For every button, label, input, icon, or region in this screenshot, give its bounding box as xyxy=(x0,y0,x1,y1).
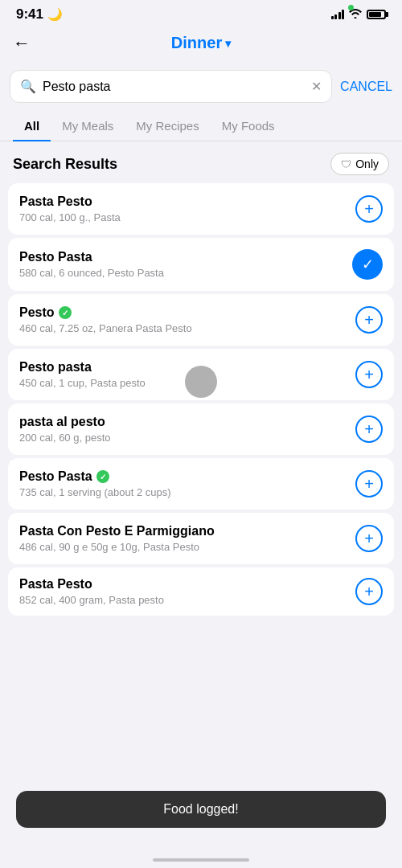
home-indicator xyxy=(153,858,249,862)
food-item[interactable]: Pesto pasta 450 cal, 1 cup, Pasta pesto … xyxy=(8,349,394,400)
add-button[interactable]: + xyxy=(355,525,383,552)
status-time: 9:41 xyxy=(16,6,43,23)
food-name: Pesto Pasta ✓ xyxy=(19,469,355,484)
food-info: Pasta Pesto 700 cal, 100 g., Pasta xyxy=(19,194,355,223)
search-input[interactable]: Pesto pasta xyxy=(43,80,305,94)
food-info: Pesto Pasta 580 cal, 6 ounced, Pesto Pas… xyxy=(19,250,352,279)
food-details: 460 cal, 7.25 oz, Panera Pasta Pesto xyxy=(19,322,355,334)
food-details: 486 cal, 90 g e 50g e 10g, Pasta Pesto xyxy=(19,541,355,553)
status-bar: 9:41 🌙 xyxy=(0,0,402,26)
add-button[interactable]: + xyxy=(355,306,383,334)
food-item[interactable]: Pasta Con Pesto E Parmiggiano 486 cal, 9… xyxy=(8,513,394,564)
clear-icon[interactable]: ✕ xyxy=(311,79,322,94)
food-info: Pasta Con Pesto E Parmiggiano 486 cal, 9… xyxy=(19,524,355,553)
food-name: Pasta Pesto xyxy=(19,577,355,592)
food-details: 450 cal, 1 cup, Pasta pesto xyxy=(19,377,355,389)
results-title: Search Results xyxy=(13,156,117,173)
food-details: 700 cal, 100 g., Pasta xyxy=(19,211,355,223)
food-name: Pasta Pesto xyxy=(19,194,355,209)
food-list: Pasta Pesto 700 cal, 100 g., Pasta + Pes… xyxy=(0,183,402,616)
food-item[interactable]: Pesto Pasta 580 cal, 6 ounced, Pesto Pas… xyxy=(8,238,394,291)
food-item[interactable]: Pasta Pesto 852 cal, 400 gram, Pasta pes… xyxy=(8,567,394,616)
search-area: 🔍 Pesto pasta ✕ CANCEL xyxy=(0,62,402,111)
add-button[interactable]: + xyxy=(355,416,383,443)
food-info: Pasta Pesto 852 cal, 400 gram, Pasta pes… xyxy=(19,577,355,606)
food-details: 580 cal, 6 ounced, Pesto Pasta xyxy=(19,267,352,279)
tabs: All My Meals My Recipes My Foods xyxy=(0,111,402,141)
toast-message: Food logged! xyxy=(163,802,238,816)
add-button[interactable]: + xyxy=(355,195,383,223)
add-button[interactable]: + xyxy=(355,578,383,605)
header-title: Dinner ▾ xyxy=(171,34,231,52)
verified-icon: ✓ xyxy=(96,470,109,483)
back-button[interactable]: ← xyxy=(13,33,31,54)
header: ← Dinner ▾ xyxy=(0,26,402,62)
tab-my-recipes[interactable]: My Recipes xyxy=(125,111,210,141)
signal-icon xyxy=(331,10,345,19)
shield-icon: 🛡 xyxy=(341,158,351,170)
tab-all[interactable]: All xyxy=(13,111,51,141)
added-button[interactable]: ✓ xyxy=(352,249,383,280)
food-details: 852 cal, 400 gram, Pasta pesto xyxy=(19,594,355,606)
food-details: 200 cal, 60 g, pesto xyxy=(19,432,355,444)
moon-icon: 🌙 xyxy=(47,7,63,22)
status-icons xyxy=(331,8,387,21)
green-dot xyxy=(348,5,354,10)
add-button[interactable]: + xyxy=(355,361,383,388)
food-info: Pesto Pasta ✓ 735 cal, 1 serving (about … xyxy=(19,469,355,498)
add-button[interactable]: + xyxy=(355,470,383,497)
food-item[interactable]: Pesto Pasta ✓ 735 cal, 1 serving (about … xyxy=(8,458,394,510)
food-info: pasta al pesto 200 cal, 60 g, pesto xyxy=(19,415,355,444)
search-box: 🔍 Pesto pasta ✕ xyxy=(10,70,332,103)
tab-my-foods[interactable]: My Foods xyxy=(211,111,286,141)
food-name: Pesto pasta xyxy=(19,360,355,375)
food-name: Pasta Con Pesto E Parmiggiano xyxy=(19,524,355,538)
cancel-button[interactable]: CANCEL xyxy=(340,80,392,94)
food-item[interactable]: Pesto ✓ 460 cal, 7.25 oz, Panera Pasta P… xyxy=(8,294,394,346)
food-name: Pesto ✓ xyxy=(19,305,355,320)
toast: Food logged! xyxy=(16,791,386,828)
food-item[interactable]: Pasta Pesto 700 cal, 100 g., Pasta + xyxy=(8,183,394,235)
tab-my-meals[interactable]: My Meals xyxy=(51,111,125,141)
search-icon: 🔍 xyxy=(20,79,36,94)
battery-icon xyxy=(367,10,386,19)
food-name: Pesto Pasta xyxy=(19,250,352,264)
food-info: Pesto pasta 450 cal, 1 cup, Pasta pesto xyxy=(19,360,355,389)
verified-icon: ✓ xyxy=(59,306,72,319)
food-details: 735 cal, 1 serving (about 2 cups) xyxy=(19,486,355,498)
food-name: pasta al pesto xyxy=(19,415,355,429)
results-header: Search Results 🛡 Only xyxy=(0,141,402,183)
food-info: Pesto ✓ 460 cal, 7.25 oz, Panera Pasta P… xyxy=(19,305,355,334)
dropdown-chevron[interactable]: ▾ xyxy=(225,37,231,50)
only-badge[interactable]: 🛡 Only xyxy=(330,153,389,175)
meal-name: Dinner xyxy=(171,34,222,52)
food-item[interactable]: pasta al pesto 200 cal, 60 g, pesto + xyxy=(8,403,394,455)
only-label: Only xyxy=(355,158,379,170)
